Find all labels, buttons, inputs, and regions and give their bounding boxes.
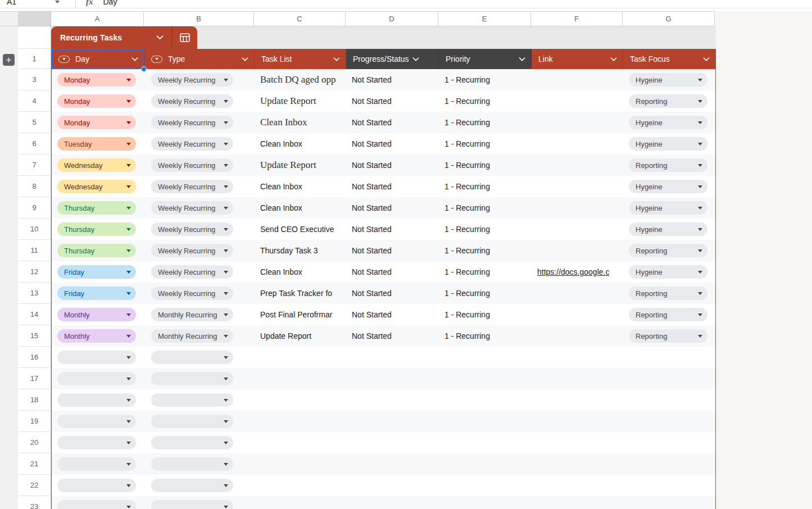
row-header-22[interactable]: 22 — [18, 475, 51, 496]
task-focus-chip[interactable]: Hygeine — [629, 137, 707, 151]
task-focus-cell[interactable]: Reporting — [623, 240, 715, 261]
task-cell[interactable]: Clean Inbox — [255, 197, 346, 219]
dropdown-triangle-icon[interactable] — [126, 484, 131, 487]
column-header-F[interactable]: F — [531, 11, 623, 26]
dropdown-triangle-icon[interactable] — [698, 313, 702, 316]
empty-cell[interactable] — [623, 368, 715, 389]
dropdown-triangle-icon[interactable] — [126, 356, 131, 359]
type-cell[interactable]: Weekly Recurring — [144, 261, 255, 283]
link-cell[interactable] — [532, 283, 623, 304]
row-header-21[interactable]: 21 — [18, 453, 51, 475]
dropdown-triangle-icon[interactable] — [126, 249, 131, 252]
day-cell[interactable]: Monday — [52, 112, 144, 133]
dropdown-triangle-icon[interactable] — [126, 378, 131, 380]
empty-cell[interactable] — [255, 411, 346, 432]
empty-cell[interactable] — [255, 432, 346, 453]
day-cell[interactable] — [52, 347, 144, 368]
dropdown-triangle-icon[interactable] — [224, 484, 228, 487]
dropdown-triangle-icon[interactable] — [224, 185, 228, 188]
empty-day-chip[interactable] — [57, 393, 136, 407]
type-cell[interactable] — [144, 389, 255, 411]
day-cell[interactable]: Thursday — [52, 197, 144, 219]
empty-cell[interactable] — [532, 496, 623, 509]
dropdown-triangle-icon[interactable] — [698, 185, 702, 188]
task-cell[interactable]: Clean Inbox — [255, 176, 346, 197]
dropdown-triangle-icon[interactable] — [224, 335, 228, 338]
empty-cell[interactable] — [439, 389, 532, 411]
name-box[interactable]: A1 — [7, 0, 42, 6]
empty-cell[interactable] — [439, 475, 532, 496]
type-cell[interactable] — [144, 411, 255, 432]
dropdown-triangle-icon[interactable] — [126, 420, 131, 423]
type-chip[interactable]: Weekly Recurring — [151, 180, 233, 193]
task-cell[interactable]: Clean Inbox — [255, 261, 346, 283]
row-header-12[interactable]: 12 — [18, 261, 51, 283]
column-header-A[interactable]: A — [51, 11, 144, 26]
task-focus-chip[interactable]: Reporting — [629, 329, 707, 343]
task-focus-cell[interactable]: Reporting — [623, 283, 715, 304]
day-chip[interactable]: Monthly — [57, 308, 136, 321]
day-chip[interactable]: Friday — [57, 287, 136, 300]
day-cell[interactable] — [52, 475, 144, 496]
dropdown-triangle-icon[interactable] — [224, 399, 228, 402]
dropdown-triangle-icon[interactable] — [126, 506, 131, 508]
progress-cell[interactable]: Not Started — [346, 154, 439, 176]
empty-cell[interactable] — [255, 496, 346, 509]
chevron-down-icon[interactable] — [242, 57, 248, 61]
type-chip[interactable]: Monthly Recurring — [151, 308, 233, 321]
empty-cell[interactable] — [439, 368, 532, 389]
dropdown-triangle-icon[interactable] — [224, 228, 228, 231]
task-focus-chip[interactable]: Hygeine — [629, 265, 707, 279]
link-cell[interactable] — [532, 197, 623, 219]
type-cell[interactable] — [144, 368, 255, 389]
task-focus-cell[interactable]: Reporting — [623, 325, 715, 347]
empty-cell[interactable] — [255, 347, 346, 368]
link-cell[interactable] — [532, 112, 623, 133]
chevron-down-icon[interactable] — [610, 57, 617, 61]
link-cell[interactable] — [532, 240, 623, 261]
day-cell[interactable] — [52, 453, 144, 475]
day-cell[interactable]: Thursday — [52, 219, 144, 240]
day-chip[interactable]: Thursday — [57, 244, 136, 257]
table-header-day[interactable]: Day — [52, 49, 144, 69]
day-chip[interactable]: Wednesday — [57, 180, 136, 193]
dropdown-triangle-icon[interactable] — [224, 164, 228, 167]
empty-cell[interactable] — [623, 347, 715, 368]
empty-cell[interactable] — [532, 432, 623, 453]
empty-cell[interactable] — [346, 496, 439, 509]
empty-day-chip[interactable] — [57, 372, 136, 385]
dropdown-triangle-icon[interactable] — [126, 164, 131, 167]
priority-cell[interactable]: 1 - Recurring — [439, 133, 532, 154]
row-header-10[interactable]: 10 — [18, 219, 51, 240]
empty-cell[interactable] — [532, 368, 623, 389]
type-chip[interactable]: Weekly Recurring — [151, 287, 233, 300]
dropdown-triangle-icon[interactable] — [224, 442, 228, 444]
empty-cell[interactable] — [346, 389, 439, 411]
priority-cell[interactable]: 1 - Recurring — [439, 112, 532, 133]
task-cell[interactable]: Clean Inbox — [255, 112, 346, 133]
type-cell[interactable] — [144, 496, 255, 509]
empty-cell[interactable] — [623, 453, 715, 475]
row-header-18[interactable]: 18 — [18, 389, 51, 411]
chevron-down-icon[interactable] — [703, 57, 710, 61]
link-cell[interactable] — [532, 90, 623, 112]
row-header-17[interactable]: 17 — [18, 368, 51, 389]
empty-cell[interactable] — [532, 453, 623, 475]
column-header-E[interactable]: E — [438, 11, 531, 26]
dropdown-triangle-icon[interactable] — [126, 442, 131, 444]
table-header-link[interactable]: Link — [532, 49, 623, 69]
task-cell[interactable]: Update Report — [255, 90, 346, 112]
type-chip[interactable]: Weekly Recurring — [151, 137, 233, 151]
empty-day-chip[interactable] — [57, 479, 136, 492]
empty-cell[interactable] — [439, 347, 532, 368]
formula-input[interactable]: Day — [103, 0, 117, 6]
table-header-task-list[interactable]: Task List — [255, 49, 346, 69]
table-header-progress-status[interactable]: Progress/Status — [346, 49, 439, 69]
day-cell[interactable] — [52, 496, 144, 509]
day-cell[interactable]: Thursday — [52, 240, 144, 261]
priority-cell[interactable]: 1 - Recurring — [439, 283, 532, 304]
row-header-16[interactable]: 16 — [18, 347, 51, 368]
empty-cell[interactable] — [255, 475, 346, 496]
progress-cell[interactable]: Not Started — [346, 283, 439, 304]
task-focus-chip[interactable]: Hygeine — [629, 116, 707, 129]
